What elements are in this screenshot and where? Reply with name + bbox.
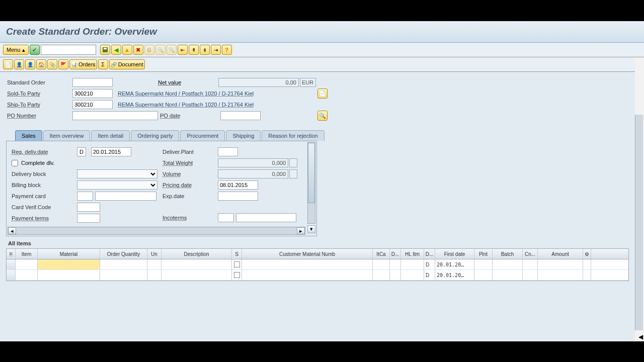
col-item[interactable]: Item — [16, 249, 38, 259]
ship-to-desc: REMA Supermarkt Nord / Postfach 1020 / D… — [118, 102, 254, 108]
ship-to-label: Ship-To Party — [7, 102, 72, 108]
req-deliv-date-input[interactable] — [91, 147, 131, 156]
up-button[interactable]: ▲ — [122, 45, 132, 55]
col-material[interactable]: Material — [38, 249, 100, 259]
col-config[interactable]: ⚙ — [583, 249, 591, 259]
exp-date-label: Exp.date — [163, 193, 218, 199]
exp-date-input[interactable] — [218, 192, 258, 201]
tab-ordering-party[interactable]: Ordering party — [131, 130, 179, 141]
col-d1[interactable]: D... — [390, 249, 401, 259]
complete-dlv-label: Complete dlv. — [21, 160, 54, 166]
s-checkbox[interactable] — [234, 261, 240, 267]
payment-terms-input[interactable] — [77, 214, 100, 223]
po-search-button[interactable]: 🔍 — [317, 111, 328, 121]
print-button[interactable]: ⎙ — [144, 45, 154, 55]
billing-block-label: Billing block — [12, 182, 77, 188]
grid-header: ⎘ Item Material Order Quantity Un Descri… — [7, 249, 628, 259]
tab-procurement[interactable]: Procurement — [180, 130, 225, 141]
sales-tab-body: Req. deliv.date Complete dlv. Delivery b… — [6, 141, 317, 236]
user-button[interactable]: 👤 — [25, 59, 35, 69]
col-hlitm[interactable]: HL Itm — [401, 249, 424, 259]
col-un[interactable]: Un — [147, 249, 162, 259]
net-value-label: Net value — [158, 79, 218, 85]
page-down-button[interactable]: ⇟ — [200, 45, 210, 55]
sales-vscrollbar[interactable]: ▾ — [307, 142, 315, 224]
incoterms-code-input[interactable] — [218, 213, 234, 222]
sold-to-input[interactable] — [72, 89, 113, 98]
col-batch[interactable]: Batch — [493, 249, 523, 259]
col-plnt[interactable]: Plnt — [474, 249, 493, 259]
col-first-date[interactable]: First date — [435, 249, 474, 259]
tab-strip: Sales Item overview Item detail Ordering… — [15, 130, 635, 141]
last-page-button[interactable]: ⇥ — [211, 45, 221, 55]
delivery-block-select[interactable] — [77, 169, 157, 178]
deliver-plant-label: Deliver.Plant — [163, 149, 218, 155]
orders-button[interactable]: 📊 Orders — [69, 59, 97, 69]
col-cust-mat[interactable]: Customer Material Numb — [242, 249, 373, 259]
chevron-up-icon: ▴ — [22, 47, 25, 53]
sigma-button[interactable]: Σ — [98, 59, 108, 69]
command-input[interactable] — [41, 45, 96, 55]
payment-card-label: Payment card — [12, 193, 77, 199]
col-s[interactable]: S — [232, 249, 242, 259]
first-page-button[interactable]: ⇤ — [178, 45, 188, 55]
delivery-block-label: Delivery block — [12, 171, 77, 177]
sold-to-desc: REMA Supermarkt Nord / Postfach 1020 / D… — [118, 90, 254, 97]
main-vscrollbar[interactable] — [635, 115, 643, 330]
tab-sales[interactable]: Sales — [15, 130, 42, 141]
partner-detail-button[interactable]: 📄 — [317, 88, 328, 99]
s-checkbox[interactable] — [234, 272, 240, 278]
col-amount[interactable]: Amount — [538, 249, 583, 259]
save-button[interactable] — [100, 45, 110, 55]
flag-button[interactable]: 🚩 — [58, 59, 68, 69]
std-order-input[interactable] — [72, 78, 113, 87]
svg-rect-1 — [104, 48, 107, 49]
col-d2[interactable]: D... — [424, 249, 435, 259]
tree-button[interactable]: 📎 — [47, 59, 57, 69]
payment-card-type-input[interactable] — [77, 192, 93, 201]
help-button[interactable]: ? — [222, 45, 232, 55]
page-up-button[interactable]: ⇞ — [189, 45, 199, 55]
toolbar-primary: Menu▴ ✓ ◀ ▲ ✖ ⎙ 🔍 🔍 ⇤ ⇞ ⇟ ⇥ ? — [0, 43, 644, 57]
find-button[interactable]: 🔍 — [155, 45, 166, 55]
tab-reason-rejection[interactable]: Reason for rejection — [262, 130, 324, 141]
display-button[interactable]: 📄 — [3, 59, 13, 69]
tab-item-overview[interactable]: Item overview — [43, 130, 91, 141]
col-cn[interactable]: Cn... — [523, 249, 538, 259]
tab-item-detail[interactable]: Item detail — [91, 130, 130, 141]
menu-button[interactable]: Menu▴ — [3, 45, 29, 55]
pricing-date-label: Pricing date — [163, 182, 218, 188]
cancel-button[interactable]: ✖ — [133, 45, 143, 55]
ship-to-input[interactable] — [72, 100, 113, 109]
deliver-plant-input[interactable] — [218, 147, 238, 156]
payment-card-number-input[interactable] — [95, 192, 156, 201]
header-button[interactable]: 👤 — [14, 59, 24, 69]
table-row[interactable]: D 20.01.20… — [7, 259, 628, 270]
col-itca[interactable]: ItCa — [373, 249, 390, 259]
card-verif-input[interactable] — [77, 203, 100, 212]
find-next-button[interactable]: 🔍 — [167, 45, 177, 55]
document-button[interactable]: 🔗 Document — [109, 59, 145, 69]
po-date-input[interactable] — [220, 111, 261, 120]
tab-shipping[interactable]: Shipping — [226, 130, 261, 141]
complete-dlv-checkbox[interactable] — [12, 160, 18, 166]
col-description[interactable]: Description — [162, 249, 232, 259]
currency-field — [300, 78, 316, 87]
back-button[interactable]: ◀ — [111, 45, 121, 55]
items-grid: ⎘ Item Material Order Quantity Un Descri… — [6, 248, 629, 281]
volume-label: Volume — [163, 171, 218, 177]
std-order-label: Standard Order — [7, 79, 72, 85]
date-type-input[interactable] — [77, 147, 86, 156]
accept-button[interactable]: ✓ — [30, 45, 40, 55]
col-order-qty[interactable]: Order Quantity — [100, 249, 147, 259]
po-number-input[interactable] — [72, 111, 158, 120]
sales-hscrollbar[interactable]: ◂▸ — [8, 227, 305, 235]
home-button[interactable]: 🏠 — [36, 59, 46, 69]
card-verif-label: Card Verif.Code — [12, 204, 77, 210]
table-row[interactable]: D 20.01.20… — [7, 270, 628, 281]
incoterms-text-input[interactable] — [236, 213, 296, 222]
billing-block-select[interactable] — [77, 180, 157, 190]
col-select[interactable]: ⎘ — [7, 249, 16, 259]
sold-to-label: Sold-To Party — [7, 90, 72, 97]
pricing-date-input[interactable] — [218, 180, 258, 190]
